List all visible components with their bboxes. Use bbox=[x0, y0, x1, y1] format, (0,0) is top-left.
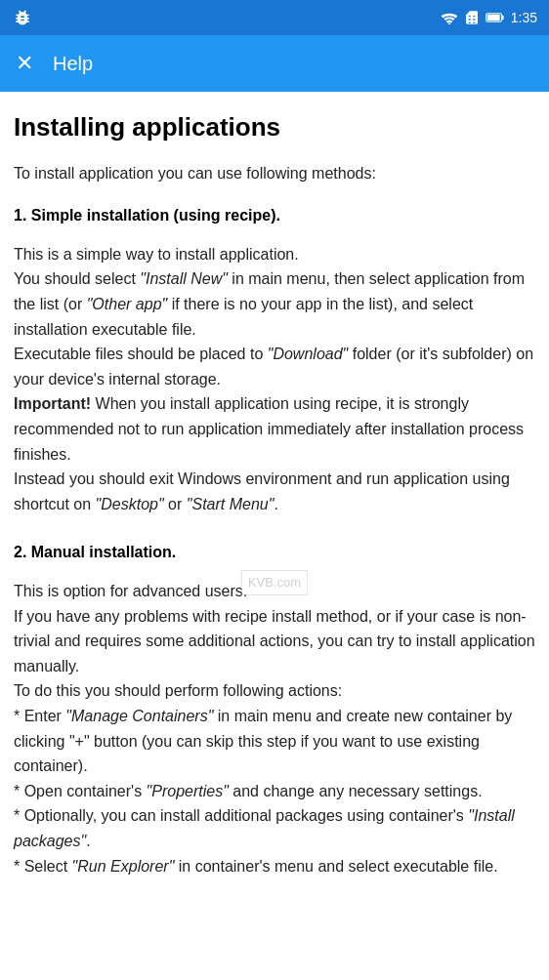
intro-text: To install application you can use follo… bbox=[14, 162, 535, 186]
section1-title: 1. Simple installation (using recipe). bbox=[14, 204, 535, 228]
battery-icon bbox=[486, 11, 505, 24]
status-bar-left bbox=[12, 7, 33, 28]
section2-body: This is option for advanced users. If yo… bbox=[14, 579, 535, 878]
status-bar-right: 1:35 bbox=[441, 10, 537, 25]
svg-rect-2 bbox=[501, 16, 503, 20]
svg-rect-3 bbox=[487, 15, 500, 20]
status-bar: 1:35 bbox=[0, 0, 549, 35]
time-display: 1:35 bbox=[511, 10, 537, 25]
section2-title: 2. Manual installation. bbox=[14, 541, 535, 565]
content-area: Installing applications To install appli… bbox=[0, 92, 549, 902]
app-bar: ✕ Help bbox=[0, 35, 549, 92]
wifi-icon bbox=[441, 11, 458, 24]
close-button[interactable]: ✕ bbox=[16, 53, 33, 74]
sim-icon bbox=[464, 10, 480, 25]
bug-icon bbox=[12, 7, 33, 28]
page-title: Installing applications bbox=[14, 107, 535, 146]
section1-body: This is a simple way to install applicat… bbox=[14, 242, 535, 517]
svg-point-0 bbox=[448, 23, 450, 24]
app-bar-title: Help bbox=[53, 53, 93, 75]
